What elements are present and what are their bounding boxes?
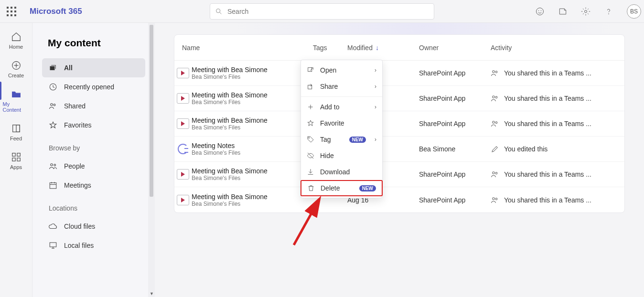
table-row[interactable]: Meeting with Bea SimoneBea Simone's File… <box>174 187 624 212</box>
scroll-down-icon[interactable]: ▼ <box>150 291 153 296</box>
stack-icon <box>49 64 57 72</box>
section-browse-by: Browse by <box>32 135 155 157</box>
table-row[interactable]: Meeting with Bea SimoneBea Simone's File… <box>174 61 624 86</box>
rail-active-marker <box>0 82 1 100</box>
col-activity[interactable]: Activity <box>491 44 624 52</box>
ctx-download[interactable]: Download <box>301 164 382 180</box>
table-row[interactable]: Meeting with Bea SimoneBea Simone's File… <box>174 111 624 137</box>
ctx-favorite[interactable]: Favorite <box>301 115 382 131</box>
side-panel: My content All Recently opened Shared Fa… <box>32 23 155 297</box>
rail-mycontent[interactable]: My Content <box>3 87 30 115</box>
file-title: Meeting with Bea Simone <box>192 117 313 124</box>
table-row[interactable]: Meeting NotesBea Simone's Files7 PMBea S… <box>174 137 624 162</box>
rail-apps[interactable]: Apps <box>3 150 30 172</box>
whatsnew-icon[interactable] <box>558 7 568 16</box>
col-tags[interactable]: Tags <box>313 44 347 52</box>
sidebar-item-label: Local files <box>64 242 94 249</box>
file-title: Meeting with Bea Simone <box>192 91 313 99</box>
svg-point-5 <box>585 10 587 12</box>
table-body: Meeting with Bea SimoneBea Simone's File… <box>174 61 624 212</box>
search-input[interactable] <box>227 8 429 15</box>
video-icon <box>177 118 189 129</box>
file-owner: SharePoint App <box>419 120 491 127</box>
feedback-icon[interactable] <box>535 7 545 16</box>
search-box[interactable] <box>210 3 434 20</box>
search-icon <box>215 8 223 15</box>
scroll-thumb[interactable] <box>150 25 153 197</box>
svg-point-0 <box>216 9 220 12</box>
sidebar-scrollbar[interactable]: ▲ ▼ <box>148 23 155 297</box>
sidebar-item-meetings[interactable]: Meetings <box>42 176 145 195</box>
sidebar-item-all[interactable]: All <box>42 58 145 77</box>
table-row[interactable]: Meeting with Bea SimoneBea Simone's File… <box>174 86 624 111</box>
tag-icon <box>307 136 314 143</box>
avatar[interactable]: BS <box>627 4 641 19</box>
sidebar-item-cloud[interactable]: Cloud files <box>42 217 145 236</box>
chevron-right-icon: › <box>375 67 376 74</box>
people-icon <box>491 170 499 179</box>
svg-point-42 <box>309 138 310 138</box>
svg-point-20 <box>54 164 56 166</box>
help-icon[interactable] <box>604 7 613 16</box>
file-location: Bea Simone's Files <box>192 201 313 207</box>
svg-point-19 <box>51 164 53 166</box>
table-row[interactable]: Meeting with Bea SimoneBea Simone's File… <box>174 162 624 187</box>
eye-off-icon <box>307 152 314 159</box>
svg-rect-11 <box>16 125 20 132</box>
section-locations: Locations <box>32 195 155 217</box>
svg-point-31 <box>495 96 497 98</box>
file-activity: You shared this in a Teams ... <box>504 120 591 127</box>
ctx-share[interactable]: Share › <box>301 78 382 95</box>
svg-point-29 <box>495 71 497 73</box>
people-icon <box>491 119 499 128</box>
file-owner: SharePoint App <box>419 95 491 102</box>
svg-point-35 <box>495 172 497 174</box>
col-name[interactable]: Name <box>174 44 313 52</box>
share-icon <box>307 83 314 90</box>
svg-point-2 <box>537 8 544 15</box>
svg-point-30 <box>493 96 495 98</box>
col-modified[interactable]: Modified ↓ <box>347 44 419 52</box>
people-icon <box>49 162 57 170</box>
sidebar-item-label: Cloud files <box>64 223 95 230</box>
people-icon <box>491 69 499 77</box>
svg-rect-25 <box>50 243 56 247</box>
sidebar-item-label: Recently opened <box>64 83 114 91</box>
ctx-open-label: Open <box>320 66 336 74</box>
file-location: Bea Simone's Files <box>192 124 313 131</box>
new-badge: NEW <box>349 137 366 143</box>
sort-desc-icon: ↓ <box>376 44 379 52</box>
brand-label[interactable]: Microsoft 365 <box>30 7 82 16</box>
file-activity: You edited this <box>504 145 547 153</box>
svg-rect-14 <box>12 158 15 161</box>
sidebar-item-people[interactable]: People <box>42 157 145 176</box>
ctx-delete[interactable]: Delete NEW <box>301 180 383 196</box>
sidebar-item-shared[interactable]: Shared <box>42 96 145 116</box>
svg-rect-12 <box>12 153 15 156</box>
chevron-right-icon: › <box>375 136 376 143</box>
rail-home[interactable]: Home <box>3 30 30 52</box>
page-title: My content <box>32 37 155 58</box>
ctx-addto[interactable]: Add to › <box>301 99 382 115</box>
sidebar-item-recent[interactable]: Recently opened <box>42 77 145 96</box>
sidebar-item-favorites[interactable]: Favorites <box>42 116 145 135</box>
svg-rect-13 <box>17 153 20 156</box>
app-launcher-icon[interactable] <box>7 7 16 16</box>
pencil-icon <box>491 145 499 153</box>
sidebar-item-local[interactable]: Local files <box>42 236 145 255</box>
ctx-open[interactable]: Open › <box>301 62 382 78</box>
rail-feed[interactable]: Feed <box>3 121 30 143</box>
ctx-tag[interactable]: Tag NEW › <box>301 131 382 148</box>
rail-create[interactable]: Create <box>3 58 30 80</box>
gear-icon[interactable] <box>581 7 590 16</box>
file-owner: SharePoint App <box>419 170 491 178</box>
ctx-tag-label: Tag <box>320 136 331 143</box>
people-icon <box>49 102 57 110</box>
file-title: Meeting with Bea Simone <box>192 167 313 175</box>
ctx-hide[interactable]: Hide <box>301 148 382 164</box>
svg-rect-15 <box>17 158 20 161</box>
sidebar-item-label: People <box>64 162 85 170</box>
rail-home-label: Home <box>9 44 23 50</box>
col-owner[interactable]: Owner <box>419 44 491 52</box>
people-icon <box>491 196 499 204</box>
